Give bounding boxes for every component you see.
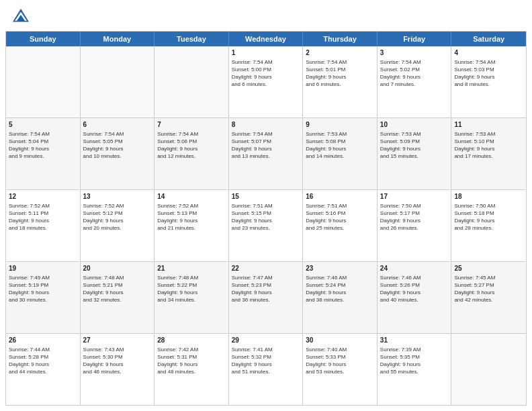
day-number-26: 26: [9, 336, 77, 345]
calendar-row-2: 5Sunrise: 7:54 AM Sunset: 5:04 PM Daylig…: [6, 118, 526, 190]
weekday-header-thursday: Thursday: [303, 32, 378, 46]
day-info-22: Sunrise: 7:47 AM Sunset: 5:23 PM Dayligh…: [232, 274, 300, 304]
day-number-29: 29: [232, 336, 300, 345]
day-info-1: Sunrise: 7:54 AM Sunset: 5:00 PM Dayligh…: [232, 58, 300, 89]
day-number-17: 17: [380, 192, 449, 201]
calendar-row-3: 12Sunrise: 7:52 AM Sunset: 5:11 PM Dayli…: [6, 190, 526, 262]
day-cell-1: 1Sunrise: 7:54 AM Sunset: 5:00 PM Daylig…: [229, 46, 304, 118]
day-number-30: 30: [306, 336, 374, 345]
day-info-20: Sunrise: 7:48 AM Sunset: 5:21 PM Dayligh…: [83, 274, 152, 304]
day-cell-14: 14Sunrise: 7:52 AM Sunset: 5:13 PM Dayli…: [154, 190, 229, 261]
day-number-31: 31: [380, 336, 449, 345]
day-info-29: Sunrise: 7:41 AM Sunset: 5:32 PM Dayligh…: [232, 346, 300, 376]
day-info-10: Sunrise: 7:53 AM Sunset: 5:09 PM Dayligh…: [380, 130, 449, 161]
day-info-23: Sunrise: 7:46 AM Sunset: 5:24 PM Dayligh…: [306, 274, 374, 304]
day-number-7: 7: [157, 120, 226, 130]
day-number-6: 6: [83, 120, 152, 130]
day-info-18: Sunrise: 7:50 AM Sunset: 5:18 PM Dayligh…: [454, 202, 523, 232]
day-info-19: Sunrise: 7:49 AM Sunset: 5:19 PM Dayligh…: [9, 274, 77, 304]
day-cell-29: 29Sunrise: 7:41 AM Sunset: 5:32 PM Dayli…: [229, 334, 304, 405]
calendar-header: SundayMondayTuesdayWednesdayThursdayFrid…: [6, 32, 526, 46]
day-number-5: 5: [9, 120, 77, 130]
day-cell-19: 19Sunrise: 7:49 AM Sunset: 5:19 PM Dayli…: [6, 262, 81, 333]
day-cell-12: 12Sunrise: 7:52 AM Sunset: 5:11 PM Dayli…: [6, 190, 81, 261]
day-info-27: Sunrise: 7:43 AM Sunset: 5:30 PM Dayligh…: [83, 346, 152, 376]
day-number-22: 22: [232, 264, 300, 273]
day-info-21: Sunrise: 7:48 AM Sunset: 5:22 PM Dayligh…: [157, 274, 226, 304]
day-number-9: 9: [306, 120, 374, 130]
day-info-25: Sunrise: 7:45 AM Sunset: 5:27 PM Dayligh…: [454, 274, 523, 304]
day-cell-13: 13Sunrise: 7:52 AM Sunset: 5:12 PM Dayli…: [81, 190, 155, 261]
day-number-28: 28: [157, 336, 226, 345]
empty-cell-0-0: [6, 46, 81, 118]
day-cell-4: 4Sunrise: 7:54 AM Sunset: 5:03 PM Daylig…: [451, 46, 526, 118]
day-number-25: 25: [454, 264, 523, 273]
day-cell-26: 26Sunrise: 7:44 AM Sunset: 5:28 PM Dayli…: [6, 334, 81, 405]
day-number-4: 4: [454, 48, 523, 58]
header: [0, 0, 532, 31]
day-cell-16: 16Sunrise: 7:51 AM Sunset: 5:16 PM Dayli…: [303, 190, 378, 261]
day-info-11: Sunrise: 7:53 AM Sunset: 5:10 PM Dayligh…: [454, 130, 523, 161]
day-number-20: 20: [83, 264, 152, 273]
day-number-2: 2: [306, 48, 374, 58]
weekday-header-monday: Monday: [81, 32, 155, 46]
day-info-12: Sunrise: 7:52 AM Sunset: 5:11 PM Dayligh…: [9, 202, 77, 232]
day-number-24: 24: [380, 264, 449, 273]
day-cell-27: 27Sunrise: 7:43 AM Sunset: 5:30 PM Dayli…: [81, 334, 155, 405]
calendar-row-4: 19Sunrise: 7:49 AM Sunset: 5:19 PM Dayli…: [6, 262, 526, 334]
calendar-body: 1Sunrise: 7:54 AM Sunset: 5:00 PM Daylig…: [6, 46, 526, 405]
day-cell-2: 2Sunrise: 7:54 AM Sunset: 5:01 PM Daylig…: [303, 46, 378, 118]
day-cell-7: 7Sunrise: 7:54 AM Sunset: 5:06 PM Daylig…: [154, 118, 229, 189]
day-number-8: 8: [232, 120, 300, 130]
day-info-4: Sunrise: 7:54 AM Sunset: 5:03 PM Dayligh…: [454, 58, 523, 89]
day-cell-18: 18Sunrise: 7:50 AM Sunset: 5:18 PM Dayli…: [451, 190, 526, 261]
day-number-15: 15: [232, 192, 300, 201]
day-number-21: 21: [157, 264, 226, 273]
empty-cell-4-6: [451, 334, 526, 405]
day-info-31: Sunrise: 7:39 AM Sunset: 5:35 PM Dayligh…: [380, 346, 449, 376]
day-number-1: 1: [232, 48, 300, 58]
day-info-16: Sunrise: 7:51 AM Sunset: 5:16 PM Dayligh…: [306, 202, 374, 232]
day-number-14: 14: [157, 192, 226, 201]
day-cell-22: 22Sunrise: 7:47 AM Sunset: 5:23 PM Dayli…: [229, 262, 304, 333]
day-number-23: 23: [306, 264, 374, 273]
day-cell-25: 25Sunrise: 7:45 AM Sunset: 5:27 PM Dayli…: [451, 262, 526, 333]
day-number-11: 11: [454, 120, 523, 130]
day-number-12: 12: [9, 192, 77, 201]
day-info-2: Sunrise: 7:54 AM Sunset: 5:01 PM Dayligh…: [306, 58, 374, 89]
day-number-10: 10: [380, 120, 449, 130]
day-number-16: 16: [306, 192, 374, 201]
day-cell-5: 5Sunrise: 7:54 AM Sunset: 5:04 PM Daylig…: [6, 118, 81, 189]
calendar-row-5: 26Sunrise: 7:44 AM Sunset: 5:28 PM Dayli…: [6, 334, 526, 405]
day-info-30: Sunrise: 7:40 AM Sunset: 5:33 PM Dayligh…: [306, 346, 374, 376]
day-number-27: 27: [83, 336, 152, 345]
empty-cell-0-2: [154, 46, 229, 118]
day-info-3: Sunrise: 7:54 AM Sunset: 5:02 PM Dayligh…: [380, 58, 449, 89]
day-cell-17: 17Sunrise: 7:50 AM Sunset: 5:17 PM Dayli…: [378, 190, 452, 261]
day-number-3: 3: [380, 48, 449, 58]
day-info-26: Sunrise: 7:44 AM Sunset: 5:28 PM Dayligh…: [9, 346, 77, 376]
logo-icon: [11, 7, 31, 27]
day-cell-21: 21Sunrise: 7:48 AM Sunset: 5:22 PM Dayli…: [154, 262, 229, 333]
day-number-18: 18: [454, 192, 523, 201]
day-number-13: 13: [83, 192, 152, 201]
day-cell-31: 31Sunrise: 7:39 AM Sunset: 5:35 PM Dayli…: [378, 334, 452, 405]
day-info-5: Sunrise: 7:54 AM Sunset: 5:04 PM Dayligh…: [9, 130, 77, 161]
day-info-14: Sunrise: 7:52 AM Sunset: 5:13 PM Dayligh…: [157, 202, 226, 232]
day-cell-20: 20Sunrise: 7:48 AM Sunset: 5:21 PM Dayli…: [81, 262, 155, 333]
day-info-9: Sunrise: 7:53 AM Sunset: 5:08 PM Dayligh…: [306, 130, 374, 161]
weekday-header-tuesday: Tuesday: [154, 32, 229, 46]
calendar-row-1: 1Sunrise: 7:54 AM Sunset: 5:00 PM Daylig…: [6, 46, 526, 118]
day-cell-9: 9Sunrise: 7:53 AM Sunset: 5:08 PM Daylig…: [303, 118, 378, 189]
page: SundayMondayTuesdayWednesdayThursdayFrid…: [0, 0, 532, 411]
day-info-8: Sunrise: 7:54 AM Sunset: 5:07 PM Dayligh…: [232, 130, 300, 161]
day-info-28: Sunrise: 7:42 AM Sunset: 5:31 PM Dayligh…: [157, 346, 226, 376]
weekday-header-friday: Friday: [378, 32, 452, 46]
day-info-15: Sunrise: 7:51 AM Sunset: 5:15 PM Dayligh…: [232, 202, 300, 232]
day-cell-3: 3Sunrise: 7:54 AM Sunset: 5:02 PM Daylig…: [378, 46, 452, 118]
day-cell-10: 10Sunrise: 7:53 AM Sunset: 5:09 PM Dayli…: [378, 118, 452, 189]
empty-cell-0-1: [81, 46, 155, 118]
day-number-19: 19: [9, 264, 77, 273]
day-cell-23: 23Sunrise: 7:46 AM Sunset: 5:24 PM Dayli…: [303, 262, 378, 333]
day-info-17: Sunrise: 7:50 AM Sunset: 5:17 PM Dayligh…: [380, 202, 449, 232]
